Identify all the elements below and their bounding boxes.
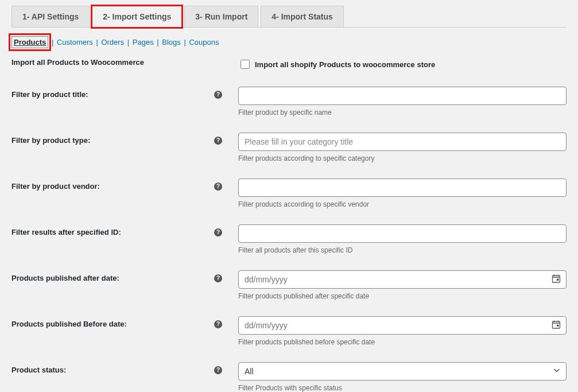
row-type: Filter by product type: ? Filter product…: [11, 133, 567, 162]
subtab-customers[interactable]: Customers: [57, 38, 93, 46]
hint-vendor: Filter products according to specific ve…: [238, 200, 567, 208]
tab-run-import[interactable]: 3- Run Import: [184, 6, 258, 27]
hint-after-id: Filter all products after this specific …: [238, 246, 567, 254]
subtab-coupons[interactable]: Coupons: [189, 38, 219, 46]
hint-pub-before: Filter products published before specifi…: [238, 338, 567, 346]
input-pub-after[interactable]: [238, 270, 567, 289]
row-import-all: Import all Products to Woocommerce Impor…: [11, 58, 567, 71]
input-after-id[interactable]: [238, 224, 567, 243]
label-status: Product status:: [11, 366, 66, 374]
input-title[interactable]: [238, 87, 567, 105]
help-icon[interactable]: ?: [214, 320, 222, 328]
row-status: Product status: ? All Filter Products wi…: [11, 362, 567, 392]
checkbox-import-all[interactable]: [240, 60, 250, 69]
select-status[interactable]: All: [238, 362, 567, 381]
subtab-products[interactable]: Products: [11, 36, 48, 48]
label-after-id: Filter results after specified ID:: [11, 228, 121, 236]
label-title: Filter by product title:: [11, 90, 88, 99]
input-type[interactable]: [238, 133, 567, 151]
tab-import-settings[interactable]: 2- Import Settings: [92, 6, 182, 28]
hint-type: Filter products according to specific ca…: [238, 154, 567, 162]
subtab-blogs[interactable]: Blogs: [162, 38, 181, 46]
main-tabs: 1- API Settings 2- Import Settings 3- Ru…: [11, 6, 567, 28]
row-vendor: Filter by product vendor: ? Filter produ…: [11, 178, 567, 208]
hint-title: Filter product by specific name: [238, 108, 567, 117]
row-after-id: Filter results after specified ID: ? Fil…: [11, 224, 567, 254]
checkbox-label-import-all: Import all shopify Products to woocommer…: [255, 60, 435, 69]
help-icon[interactable]: ?: [214, 137, 222, 145]
hint-pub-after: Filter products published after specific…: [238, 292, 567, 300]
tab-import-status[interactable]: 4- Import Status: [261, 6, 344, 27]
label-type: Filter by product type:: [11, 136, 90, 145]
help-icon[interactable]: ?: [214, 228, 222, 236]
row-title: Filter by product title: ? Filter produc…: [11, 87, 567, 117]
label-vendor: Filter by product vendor:: [11, 182, 100, 191]
label-pub-before: Products published Before date:: [11, 320, 127, 328]
separator: |: [154, 38, 162, 46]
label-pub-after: Products published after date:: [11, 274, 119, 282]
hint-status: Filter Products with specific status: [238, 384, 567, 392]
input-pub-before[interactable]: [238, 316, 567, 335]
separator: |: [93, 38, 102, 46]
tab-api-settings[interactable]: 1- API Settings: [11, 6, 90, 27]
help-icon[interactable]: ?: [214, 274, 222, 282]
subtab-orders[interactable]: Orders: [101, 38, 124, 46]
row-pub-after: Products published after date: ? Filter …: [11, 270, 567, 300]
label-import-all: Import all Products to Woocommerce: [11, 58, 144, 67]
input-vendor[interactable]: [238, 178, 567, 197]
separator: |: [48, 38, 57, 46]
sub-tabs: Products | Customers | Orders | Pages | …: [11, 38, 567, 46]
separator: |: [181, 38, 189, 46]
row-pub-before: Products published Before date: ? Filter…: [11, 316, 567, 346]
help-icon[interactable]: ?: [214, 183, 222, 191]
separator: |: [124, 38, 133, 46]
help-icon[interactable]: ?: [214, 366, 222, 374]
help-icon[interactable]: ?: [214, 91, 222, 99]
subtab-pages[interactable]: Pages: [133, 38, 154, 46]
